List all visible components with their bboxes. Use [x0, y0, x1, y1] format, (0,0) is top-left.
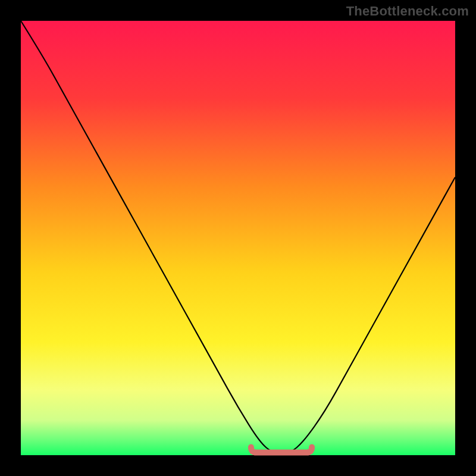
bottleneck-chart — [0, 0, 476, 476]
gradient-background — [21, 21, 455, 455]
chart-container: { "watermark": "TheBottleneck.com", "cha… — [0, 0, 476, 476]
watermark-text: TheBottleneck.com — [346, 4, 469, 19]
